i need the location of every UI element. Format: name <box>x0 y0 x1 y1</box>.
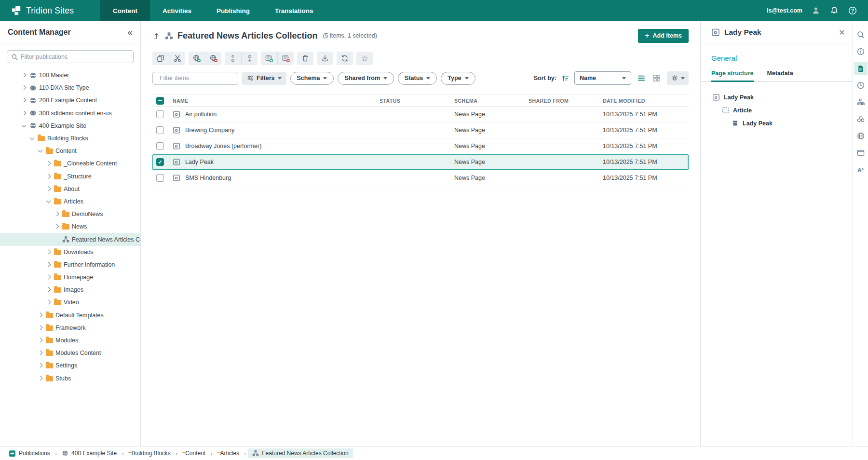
copy-button[interactable] <box>152 52 169 65</box>
help-icon[interactable]: ? <box>848 6 857 15</box>
tree-item[interactable]: About <box>0 183 140 195</box>
top-nav-item[interactable]: Activities <box>150 0 204 21</box>
breadcrumb-item[interactable]: Publications <box>6 448 53 459</box>
tree-item[interactable]: Modules Content <box>0 347 140 359</box>
tree-expander-icon[interactable] <box>53 223 61 230</box>
tree-expander-icon[interactable] <box>37 311 44 319</box>
structure-panel-button[interactable] <box>854 95 868 109</box>
column-header-shared-from[interactable]: SHARED FROM <box>529 98 603 104</box>
tree-expander-icon[interactable] <box>45 173 53 180</box>
history-panel-button[interactable] <box>854 79 868 92</box>
select-all-checkbox[interactable] <box>156 97 164 105</box>
filters-button[interactable]: Filters <box>242 72 286 85</box>
row-checkbox[interactable] <box>156 174 164 182</box>
add-items-button[interactable]: + Add items <box>638 29 689 43</box>
structure-item[interactable]: Lady Peak <box>701 91 853 104</box>
tree-expander-icon[interactable] <box>37 375 44 382</box>
table-row[interactable]: Air pollution News Page 10/13/2025 7:51 … <box>152 107 689 122</box>
breadcrumb-item[interactable]: Content <box>179 448 208 458</box>
tree-expander-icon[interactable] <box>37 324 44 332</box>
tree-item[interactable]: Further Information <box>0 258 140 271</box>
info-panel-button[interactable] <box>854 45 868 58</box>
top-nav-item[interactable]: Publishing <box>204 0 262 21</box>
tree-item[interactable]: Stubs <box>0 372 140 385</box>
remove-from-collection-button[interactable] <box>277 52 294 65</box>
filter-items-input[interactable] <box>160 75 237 81</box>
tree-item[interactable]: Homepage <box>0 271 140 284</box>
sort-field-select[interactable]: Name <box>574 71 631 85</box>
sort-ascending-icon[interactable] <box>561 74 570 82</box>
tree-item[interactable]: Articles <box>0 195 140 208</box>
tree-item[interactable]: Default Templates <box>0 309 140 322</box>
grid-view-button[interactable] <box>651 73 662 83</box>
up-one-level-icon[interactable] <box>152 32 161 40</box>
tree-item[interactable]: Building Blocks <box>0 132 140 145</box>
refresh-button[interactable] <box>337 52 353 65</box>
row-checkbox[interactable] <box>156 142 164 150</box>
tree-expander-icon[interactable] <box>45 298 53 306</box>
tree-expander-icon[interactable] <box>53 210 61 218</box>
tree-expander-icon[interactable] <box>20 122 28 130</box>
translations-panel-button[interactable] <box>854 129 868 143</box>
tree-expander-icon[interactable] <box>45 273 53 281</box>
tree-item[interactable]: _Structure <box>0 170 140 183</box>
tree-expander-icon[interactable] <box>20 71 28 79</box>
tree-expander-icon[interactable] <box>20 96 28 104</box>
tree-expander-icon[interactable] <box>45 248 53 256</box>
filter-pill-button[interactable]: Type <box>441 72 475 85</box>
breadcrumb-item[interactable]: 400 Example Site <box>59 448 120 458</box>
row-checkbox[interactable] <box>156 110 164 118</box>
preview-panel-button[interactable] <box>854 146 868 160</box>
structure-item[interactable]: Article <box>701 104 853 117</box>
favorite-button[interactable]: ☆ <box>356 52 373 65</box>
brand[interactable]: Tridion Sites <box>0 6 100 16</box>
breadcrumb-item[interactable]: Articles <box>215 448 242 458</box>
collapse-sidebar-icon[interactable]: « <box>127 27 133 37</box>
tree-item[interactable]: Images <box>0 284 140 296</box>
tree-item[interactable]: 110 DXA Site Type <box>0 81 140 94</box>
tree-expander-icon[interactable] <box>37 349 44 357</box>
structure-item[interactable]: Lady Peak <box>701 117 853 130</box>
cut-button[interactable] <box>169 52 185 65</box>
view-settings-button[interactable] <box>667 71 689 85</box>
tree-expander-icon[interactable] <box>45 261 53 269</box>
top-nav-item[interactable]: Translations <box>262 0 326 21</box>
tree-expander-icon[interactable] <box>45 198 53 205</box>
tree-item[interactable]: 200 Example Content <box>0 94 140 107</box>
row-checkbox[interactable] <box>156 126 164 134</box>
download-button[interactable] <box>317 52 333 65</box>
list-view-button[interactable] <box>636 73 647 83</box>
tree-item[interactable]: Featured News Articles Collection <box>0 233 140 245</box>
table-row[interactable]: SMS Hindenburg News Page 10/13/2025 7:51… <box>152 170 689 186</box>
filter-publications-input[interactable] <box>21 54 129 60</box>
delete-button[interactable] <box>297 52 313 65</box>
filter-pill-button[interactable]: Schema <box>290 72 334 85</box>
table-row[interactable]: Broadway Jones (performer) News Page 10/… <box>152 138 689 154</box>
breadcrumb-item[interactable]: Featured News Articles Collection <box>248 448 353 458</box>
tree-expander-icon[interactable] <box>45 286 53 294</box>
tree-item[interactable]: Modules <box>0 334 140 347</box>
tree-expander-icon[interactable] <box>45 160 53 167</box>
top-nav-item[interactable]: Content <box>100 0 150 21</box>
translation-language-button[interactable]: Ax <box>854 163 868 176</box>
tree-item[interactable]: 400 Example Site <box>0 120 140 132</box>
notifications-bell-icon[interactable] <box>829 6 839 15</box>
table-row[interactable]: Lady Peak News Page 10/13/2025 7:51 PM <box>152 154 689 170</box>
row-checkbox[interactable] <box>156 158 164 166</box>
tree-item[interactable]: News <box>0 220 140 233</box>
check-in-button[interactable] <box>225 52 241 65</box>
tree-item[interactable]: Video <box>0 296 140 309</box>
panel-tab[interactable]: Metadata <box>767 70 793 81</box>
tree-item[interactable]: DemoNews <box>0 208 140 220</box>
tree-item[interactable]: 100 Master <box>0 69 140 81</box>
tree-expander-icon[interactable] <box>45 185 53 193</box>
column-header-status[interactable]: STATUS <box>380 98 454 104</box>
column-header-name[interactable]: NAME <box>173 98 380 104</box>
tree-item[interactable]: Downloads <box>0 246 140 258</box>
breadcrumb-item[interactable]: Building Blocks <box>125 448 173 458</box>
check-out-button[interactable] <box>241 52 258 65</box>
tree-item[interactable]: Framework <box>0 322 140 334</box>
filter-pill-button[interactable]: Status <box>398 72 437 85</box>
tree-expander-icon[interactable] <box>37 362 44 369</box>
table-row[interactable]: Brewing Company News Page 10/13/2025 7:5… <box>152 122 689 138</box>
